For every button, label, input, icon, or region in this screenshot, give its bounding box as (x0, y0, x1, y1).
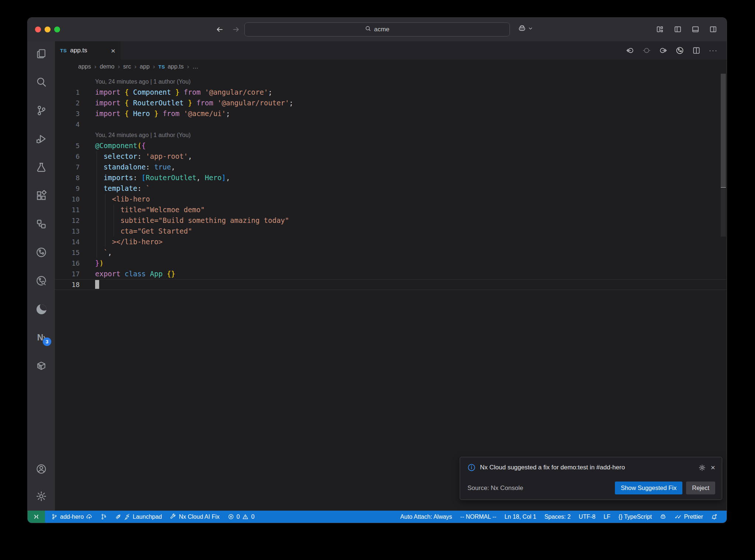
copilot-menu[interactable] (518, 24, 533, 34)
editor-scrollbar[interactable] (721, 74, 726, 188)
status-vim-mode[interactable]: -- NORMAL -- (456, 511, 500, 523)
line-number: 12 (55, 215, 95, 226)
notification-settings-gear-icon[interactable] (698, 463, 706, 472)
code-line-16[interactable]: 16}) (55, 258, 727, 269)
code-line-14[interactable]: 14 ></lib-hero> (55, 237, 727, 247)
code-editor[interactable]: You, 24 minutes ago | 1 author (You)1imp… (55, 74, 727, 511)
toggle-sidebar-left-icon[interactable] (674, 24, 682, 34)
code-line-3[interactable]: 3import { Hero } from '@acme/ui'; (55, 108, 727, 119)
search-sidebar-icon[interactable] (36, 77, 47, 88)
toggle-panel-bottom-icon[interactable] (691, 24, 699, 34)
editor-scrollbar-track (721, 189, 726, 237)
status-remote-indicator[interactable] (28, 511, 45, 523)
code-line-17[interactable]: 17export class App {} (55, 269, 727, 279)
breadcrumb-separator: › (134, 63, 136, 70)
status-formatter[interactable]: ✓✓Prettier (670, 511, 707, 523)
status-problems[interactable]: 00 (224, 511, 259, 523)
status-copilot[interactable] (656, 511, 670, 523)
code-line-7[interactable]: 7 standalone: true, (55, 162, 727, 172)
status-encoding[interactable]: UTF-8 (575, 511, 599, 523)
code-line-10[interactable]: 10 <lib-hero (55, 194, 727, 204)
code-line-13[interactable]: 13 cta="Get Started" (55, 226, 727, 237)
code-line-8[interactable]: 8 imports: [RouterOutlet, Hero], (55, 172, 727, 183)
edge-tools-icon[interactable] (36, 304, 47, 315)
navigate-forward-icon[interactable] (659, 46, 667, 55)
activity-bar: N› 3 (28, 41, 55, 511)
status-nx-cloud-ai-fix[interactable]: Nx Cloud AI Fix (166, 511, 223, 523)
zoom-window-button[interactable] (54, 27, 60, 32)
rocket-icon (115, 514, 121, 520)
code-line-4[interactable]: 4 (55, 119, 727, 130)
status-eol[interactable]: LF (599, 511, 615, 523)
tab-app-ts[interactable]: TS app.ts × (55, 41, 121, 60)
status-label: Ln 18, Col 1 (504, 514, 536, 520)
customize-layout-icon[interactable] (656, 24, 664, 34)
copilot-icon (518, 24, 526, 34)
status-language-mode[interactable]: {} TypeScript (615, 511, 656, 523)
code-line-6[interactable]: 6 selector: 'app-root', (55, 151, 727, 162)
reject-button[interactable]: Reject (686, 482, 715, 494)
navigate-sync-icon[interactable] (643, 46, 651, 55)
nx-graph-search-icon[interactable] (36, 275, 47, 286)
title-bar[interactable]: acme (28, 18, 727, 41)
breadcrumb-item-demo[interactable]: demo (100, 63, 114, 70)
split-editor-icon[interactable] (692, 46, 700, 55)
status-bar: add-heroLaunchpadNx Cloud AI Fix00 Auto … (28, 511, 727, 523)
status-notifications-bell[interactable] (707, 511, 721, 523)
breadcrumb-item-src[interactable]: src (123, 63, 131, 70)
containers-icon[interactable] (36, 360, 47, 371)
code-line-1[interactable]: 1import { Component } from '@angular/cor… (55, 87, 727, 98)
line-number: 13 (55, 226, 95, 237)
code-line-9[interactable]: 9 template: ` (55, 183, 727, 194)
nx-graph-icon[interactable] (36, 247, 47, 258)
forward-arrow-icon[interactable] (231, 24, 241, 35)
nx-project-graph-icon[interactable] (676, 46, 684, 55)
status-launchpad[interactable]: Launchpad (111, 511, 166, 523)
settings-gear-icon[interactable] (36, 491, 47, 502)
breadcrumb-item-app[interactable]: app (140, 63, 150, 70)
notification-close-icon[interactable]: × (711, 463, 715, 472)
bell-dot-icon (711, 514, 717, 520)
navigate-back-icon[interactable] (626, 46, 634, 55)
code-line-18[interactable]: 18 (55, 279, 727, 290)
remote-targets-icon[interactable] (36, 218, 47, 230)
status-source-control-graph[interactable] (97, 511, 111, 523)
status-indentation[interactable]: Spaces: 2 (540, 511, 575, 523)
explorer-icon[interactable] (36, 48, 47, 59)
status-git-branch[interactable]: add-hero (47, 511, 97, 523)
warning-icon (242, 514, 248, 520)
toggle-sidebar-right-icon[interactable] (709, 24, 717, 34)
code-line-2[interactable]: 2import { RouterOutlet } from '@angular/… (55, 98, 727, 108)
status-label: -- NORMAL -- (460, 514, 496, 520)
code-line-5[interactable]: 5@Component({ (55, 140, 727, 151)
breadcrumb-item-appts[interactable]: TSapp.ts (158, 63, 184, 70)
account-icon[interactable] (36, 463, 47, 475)
more-actions-icon[interactable]: ··· (709, 47, 718, 55)
line-number: 7 (55, 162, 95, 172)
status-cursor-position[interactable]: Ln 18, Col 1 (500, 511, 540, 523)
testing-icon[interactable] (36, 162, 47, 173)
status-auto-attach[interactable]: Auto Attach: Always (396, 511, 456, 523)
source-control-icon[interactable] (36, 105, 47, 116)
back-arrow-icon[interactable] (215, 24, 225, 35)
nx-console-icon[interactable]: N› 3 (36, 332, 47, 343)
tab-close-icon[interactable]: × (111, 47, 115, 55)
code-line-15[interactable]: 15 `, (55, 247, 727, 258)
show-suggested-fix-button[interactable]: Show Suggested Fix (615, 482, 682, 494)
minimize-window-button[interactable] (45, 27, 51, 32)
chevron-down-icon (528, 26, 533, 32)
double-check-icon: ✓✓ (674, 514, 680, 520)
close-window-button[interactable] (35, 27, 41, 32)
extensions-icon[interactable] (36, 190, 47, 201)
code-line-11[interactable]: 11 title="Welcmoe demo" (55, 204, 727, 215)
cloud-upload-icon (86, 514, 93, 520)
git-blame-annotation: You, 24 minutes ago | 1 author (You) (55, 76, 727, 87)
line-number: 2 (55, 98, 95, 108)
code-line-12[interactable]: 12 subtitle="Build something amazing tod… (55, 215, 727, 226)
run-and-debug-icon[interactable] (36, 133, 47, 144)
breadcrumb-item-apps[interactable]: apps (78, 63, 91, 70)
command-center-search[interactable]: acme (244, 22, 510, 36)
line-number: 5 (55, 140, 95, 151)
breadcrumb-item-[interactable]: … (192, 63, 198, 70)
line-number: 16 (55, 258, 95, 269)
